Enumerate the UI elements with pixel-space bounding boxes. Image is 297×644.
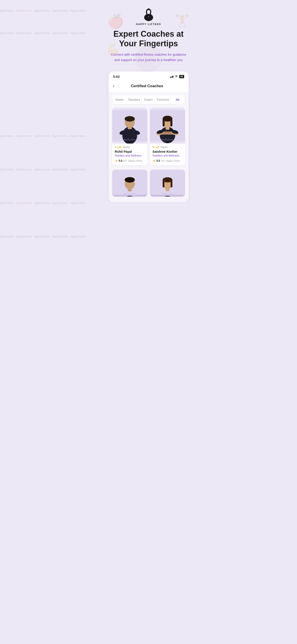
svg-rect-26 xyxy=(128,189,131,192)
star-icon-rohit: ★ xyxy=(115,159,118,162)
coach-name-rohit: Rohit Payal xyxy=(115,150,145,154)
tab-expert[interactable]: Expert xyxy=(141,95,156,104)
brand-name: HAPPY LIFTERS xyxy=(136,23,161,26)
svg-rect-31 xyxy=(162,180,164,188)
svg-point-28 xyxy=(159,196,175,196)
deco-apple: 🍎 xyxy=(107,14,124,29)
tab-all[interactable]: All xyxy=(171,95,185,104)
svg-rect-21 xyxy=(165,127,169,130)
svg-rect-20 xyxy=(170,119,172,126)
deco-dumbbell: 🏋️ xyxy=(175,14,190,28)
signal-bars-icon xyxy=(170,76,174,78)
status-bar: 5:02 93 xyxy=(109,72,189,81)
svg-point-23 xyxy=(121,196,138,196)
tier-badge-rohit: Starter xyxy=(123,146,130,148)
coach-photo-rohit: AppScreens xyxy=(112,108,147,144)
status-icons: 93 xyxy=(170,75,184,78)
coach-name-saishree: Saishree Konher xyxy=(153,150,182,154)
coach-photo-row2-right: AppScreens xyxy=(150,170,185,196)
coach-card-saishree[interactable]: AppScreens 5 Left Starter Saishree Konhe… xyxy=(150,108,185,165)
rating-score-saishree: 5.0 xyxy=(156,159,160,162)
back-button[interactable]: ‹ xyxy=(113,84,115,88)
tier-badge-saishree: Starter xyxy=(160,146,168,148)
svg-rect-19 xyxy=(162,119,164,126)
kettlebell-icon xyxy=(141,7,156,22)
wifi-icon xyxy=(175,75,178,78)
coach-card-row2-left[interactable]: AppScreens xyxy=(112,170,147,196)
coach-badges-saishree: 5 Left Starter xyxy=(153,146,182,148)
coach-card-row2-right[interactable]: AppScreens xyxy=(150,170,185,196)
bottom-spacer xyxy=(105,202,192,211)
rating-score-rohit: 5.0 xyxy=(119,159,122,162)
svg-point-0 xyxy=(144,14,153,21)
svg-point-25 xyxy=(124,177,135,182)
tab-starter[interactable]: Starter xyxy=(112,95,127,104)
coach-badges-rohit: 5 Left Starter xyxy=(115,146,145,148)
status-time: 5:02 xyxy=(113,75,120,78)
coach-rating-rohit: ★ 5.0 65+ Happy Client xyxy=(115,159,145,162)
app-title: Certified Coaches xyxy=(117,84,177,88)
rating-clients-rohit: 65+ Happy Client xyxy=(123,160,142,162)
coach-photo-row2-left: AppScreens xyxy=(112,170,147,196)
deco-muscle: 💪 xyxy=(106,42,120,56)
coach-info-saishree: 5 Left Starter Saishree Konher Nutrition… xyxy=(150,144,185,165)
rating-clients-saishree: 16+ Happy Client xyxy=(161,160,180,162)
svg-rect-1 xyxy=(147,9,150,10)
coaches-grid: AppScreens 5 Left Starter Rohit Payal Nu… xyxy=(109,107,189,170)
filter-tabs: Starter Standard Expert Exclusive All xyxy=(112,95,185,104)
coaches-grid-row2: AppScreens AppScreens xyxy=(109,170,189,202)
tab-standard[interactable]: Standard xyxy=(127,95,141,104)
slots-badge-rohit: 5 Left xyxy=(115,146,121,148)
battery-icon: 93 xyxy=(179,75,184,78)
svg-rect-33 xyxy=(165,188,169,191)
coach-info-rohit: 5 Left Starter Rohit Payal Nutrition and… xyxy=(112,144,147,165)
svg-rect-32 xyxy=(171,180,172,188)
app-header: ‹ Certified Coaches xyxy=(109,81,189,92)
hero-section: 🍎 🏋️ 💪 ⬤ HAPPY LIFTERS Expert Coaches at… xyxy=(105,0,192,69)
star-icon-saishree: ★ xyxy=(153,159,156,162)
coach-specialty-saishree: Nutrition and Wellness xyxy=(153,154,182,157)
deco-circle: ⬤ xyxy=(134,40,164,71)
coach-card-rohit[interactable]: AppScreens 5 Left Starter Rohit Payal Nu… xyxy=(112,108,147,165)
tab-exclusive[interactable]: Exclusive xyxy=(156,95,171,104)
coach-rating-saishree: ★ 5.0 16+ Happy Client xyxy=(153,159,182,162)
phone-mockup: 5:02 93 ‹ Certified Coaches xyxy=(109,72,189,202)
slots-badge-saishree: 5 Left xyxy=(153,146,159,148)
svg-point-8 xyxy=(124,116,135,122)
svg-rect-2 xyxy=(148,16,149,17)
coach-specialty-rohit: Nutrition and Wellness xyxy=(115,154,145,157)
coach-photo-saishree: AppScreens xyxy=(150,108,185,144)
